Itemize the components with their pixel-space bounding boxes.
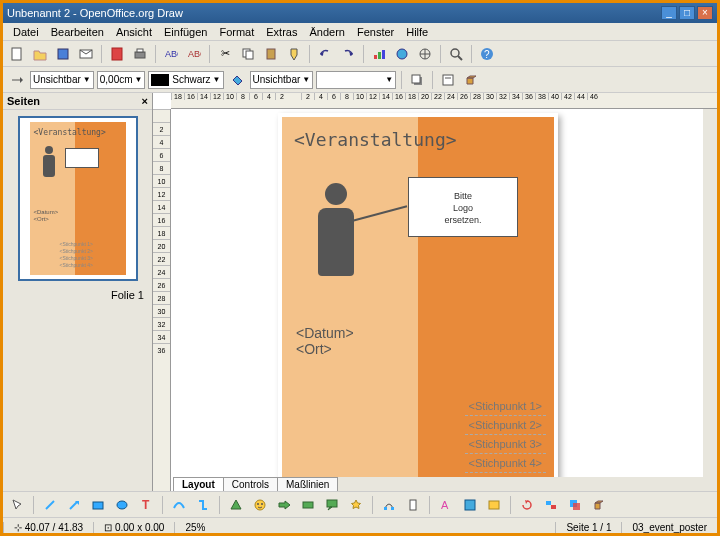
format-paint-button[interactable] [284, 44, 304, 64]
menu-extras[interactable]: Extras [260, 26, 303, 38]
svg-rect-0 [12, 48, 21, 60]
points-tool[interactable] [379, 495, 399, 515]
flowchart-tool[interactable] [298, 495, 318, 515]
svg-rect-44 [573, 503, 580, 510]
menu-format[interactable]: Format [213, 26, 260, 38]
line-tool[interactable] [40, 495, 60, 515]
star-tool[interactable] [346, 495, 366, 515]
mail-button[interactable] [76, 44, 96, 64]
arrange-tool[interactable] [565, 495, 585, 515]
status-zoom[interactable]: 25% [174, 522, 215, 533]
cut-button[interactable]: ✂ [215, 44, 235, 64]
print-button[interactable] [130, 44, 150, 64]
menu-bearbeiten[interactable]: Bearbeiten [45, 26, 110, 38]
zoom-button[interactable] [446, 44, 466, 64]
ellipse-tool[interactable] [112, 495, 132, 515]
menu-aendern[interactable]: Ändern [303, 26, 350, 38]
svg-rect-35 [384, 507, 387, 510]
callout-tool[interactable] [322, 495, 342, 515]
date-place-placeholder[interactable]: <Datum> <Ort> [294, 323, 356, 359]
open-button[interactable] [30, 44, 50, 64]
svg-rect-39 [465, 500, 475, 510]
vertical-scrollbar[interactable] [703, 109, 717, 477]
menu-datei[interactable]: Datei [7, 26, 45, 38]
svg-point-14 [397, 49, 407, 59]
connector-tool[interactable] [193, 495, 213, 515]
redo-button[interactable] [338, 44, 358, 64]
shadow-button[interactable] [407, 70, 427, 90]
drawing-page[interactable]: <Veranstaltung> Bitte Logo ersetzen. <Da… [278, 113, 558, 491]
curve-tool[interactable] [169, 495, 189, 515]
svg-rect-5 [137, 49, 143, 52]
rectangle-tool[interactable] [88, 495, 108, 515]
svg-text:A: A [441, 499, 449, 511]
arrow-tool[interactable] [64, 495, 84, 515]
menu-einfuegen[interactable]: Einfügen [158, 26, 213, 38]
symbol-shapes-tool[interactable] [250, 495, 270, 515]
logo-placeholder[interactable]: Bitte Logo ersetzen. [408, 177, 518, 237]
tab-masslinien[interactable]: Maßlinien [277, 477, 338, 491]
svg-point-31 [257, 503, 259, 505]
from-file-tool[interactable] [460, 495, 480, 515]
slide-thumbnail-1[interactable]: <Veranstaltung> <Datum><Ort> <Stichpunkt… [18, 116, 138, 281]
text-tool[interactable]: T [136, 495, 156, 515]
canvas[interactable]: 1816141210864224681012141618202224262830… [153, 93, 717, 491]
align-tool[interactable] [541, 495, 561, 515]
help-button[interactable]: ? [477, 44, 497, 64]
extrusion-toggle[interactable] [589, 495, 609, 515]
fontwork-tool[interactable]: A [436, 495, 456, 515]
line-color-dropdown[interactable]: Schwarz▼ [148, 71, 223, 89]
tab-controls[interactable]: Controls [223, 477, 278, 491]
svg-text:ABC: ABC [165, 49, 178, 59]
panel-close-icon[interactable]: × [142, 95, 148, 107]
person-icon[interactable] [318, 183, 354, 276]
close-button[interactable]: × [697, 6, 713, 20]
rotate-tool[interactable] [517, 495, 537, 515]
extrusion-button[interactable] [461, 70, 481, 90]
save-button[interactable] [53, 44, 73, 64]
fill-button[interactable] [227, 70, 247, 90]
title-placeholder[interactable]: <Veranstaltung> [294, 129, 457, 150]
undo-button[interactable] [315, 44, 335, 64]
copy-button[interactable] [238, 44, 258, 64]
arrow-style-button[interactable] [7, 70, 27, 90]
select-tool[interactable] [7, 495, 27, 515]
basic-shapes-tool[interactable] [226, 495, 246, 515]
horizontal-scrollbar[interactable]: Layout Controls Maßlinien [173, 477, 717, 491]
gallery-tool[interactable] [484, 495, 504, 515]
navigator-button[interactable] [415, 44, 435, 64]
maximize-button[interactable]: □ [679, 6, 695, 20]
new-button[interactable] [7, 44, 27, 64]
minimize-button[interactable]: _ [661, 6, 677, 20]
bullets-placeholder[interactable]: <Stichpunkt 1> <Stichpunkt 2> <Stichpunk… [465, 397, 546, 473]
menu-ansicht[interactable]: Ansicht [110, 26, 158, 38]
fill-color-dropdown[interactable]: ▼ [316, 71, 396, 89]
export-pdf-button[interactable] [107, 44, 127, 64]
autospell-button[interactable]: ABC [184, 44, 204, 64]
menu-fenster[interactable]: Fenster [351, 26, 400, 38]
window-title: Unbenannt 2 - OpenOffice.org Draw [7, 7, 661, 19]
svg-line-17 [458, 56, 462, 60]
arrow-shapes-tool[interactable] [274, 495, 294, 515]
horizontal-ruler: 1816141210864224681012141618202224262830… [171, 93, 717, 109]
paste-button[interactable] [261, 44, 281, 64]
fill-style-dropdown[interactable]: Unsichtbar▼ [250, 71, 314, 89]
styles-button[interactable] [438, 70, 458, 90]
svg-rect-12 [378, 52, 381, 59]
hyperlink-button[interactable] [392, 44, 412, 64]
toolbar-drawing: T A [3, 491, 717, 517]
spellcheck-button[interactable]: ABC [161, 44, 181, 64]
svg-rect-42 [551, 505, 556, 509]
status-template: 03_event_poster [621, 522, 717, 533]
slide-label: Folie 1 [3, 287, 152, 303]
menu-hilfe[interactable]: Hilfe [400, 26, 434, 38]
toolbar-standard: ABC ABC ✂ ? [3, 41, 717, 67]
panel-title: Seiten [7, 95, 40, 107]
chart-button[interactable] [369, 44, 389, 64]
titlebar: Unbenannt 2 - OpenOffice.org Draw _ □ × [3, 3, 717, 23]
glue-tool[interactable] [403, 495, 423, 515]
svg-rect-27 [93, 502, 103, 509]
line-width-dropdown[interactable]: 0,00cm▼ [97, 71, 146, 89]
tab-layout[interactable]: Layout [173, 477, 224, 491]
line-style-dropdown[interactable]: Unsichtbar▼ [30, 71, 94, 89]
